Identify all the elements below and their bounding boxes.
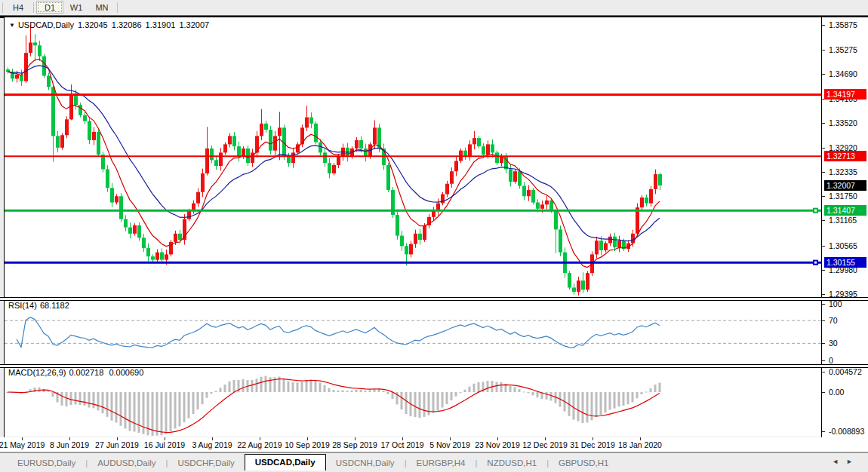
symbol-tabbar: EURUSD,Daily|AUDUSD,Daily|USDCHF,DailyUS… — [0, 452, 868, 472]
macd-main-value: 0.002718 — [69, 368, 103, 377]
price-level-badge: 1.30155 — [824, 257, 866, 268]
current-price-badge: 1.32007 — [824, 180, 866, 191]
rsi-tick-label: 30 — [829, 339, 838, 348]
tab-usdchf-daily[interactable]: USDCHF,Daily — [168, 456, 244, 470]
price-tick-mark — [822, 25, 825, 26]
ohlc-high: 1.32086 — [112, 20, 142, 29]
candlestick-chart[interactable] — [0, 0, 868, 452]
date-label: 10 Sep 2019 — [285, 440, 330, 449]
price-tick-mark — [822, 50, 825, 51]
macd-tick-mark — [822, 392, 825, 393]
date-label: 27 Jun 2019 — [95, 440, 139, 449]
price-tick-mark — [822, 148, 825, 149]
tab-usdcnh-daily[interactable]: USDCNH,Daily — [326, 456, 405, 470]
ohlc-open: 1.32045 — [78, 20, 108, 29]
ohlc-low: 1.31901 — [146, 20, 176, 29]
macd-tick-label: -0.008893 — [829, 427, 864, 436]
price-tick-label: 1.35875 — [829, 20, 857, 29]
date-label: 23 Nov 2019 — [475, 440, 520, 449]
date-label: 8 Jun 2019 — [50, 440, 89, 449]
date-label: 21 May 2019 — [0, 440, 45, 449]
price-tick-mark — [822, 294, 825, 295]
price-tick-mark — [822, 172, 825, 173]
price-tick-mark — [822, 270, 825, 271]
rsi-value: 68.1182 — [40, 301, 69, 310]
price-tick-mark — [822, 246, 825, 247]
rsi-tick-label: 70 — [829, 316, 838, 325]
rsi-tick-mark — [822, 304, 825, 305]
macd-title: MACD(12,26,9) — [8, 368, 66, 377]
collapse-icon[interactable]: ▼ — [9, 22, 15, 29]
price-tick-label: 1.30565 — [829, 241, 857, 250]
tab-eurusd-daily[interactable]: EURUSD,Daily — [8, 456, 85, 470]
tab-gbpusd-h1[interactable]: GBPUSD,H1 — [549, 456, 618, 470]
macd-tick-mark — [822, 431, 825, 432]
date-label: 12 Dec 2019 — [522, 440, 568, 449]
price-level-badge: 1.31407 — [824, 205, 866, 216]
price-tick-label: 1.29395 — [829, 290, 857, 299]
date-label: 31 Dec 2019 — [570, 440, 615, 449]
macd-tick-mark — [822, 372, 825, 372]
symbol-label: USDCAD,Daily — [18, 20, 74, 29]
macd-tick-label: 0.00 — [829, 388, 844, 397]
rsi-title: RSI(14) — [8, 301, 37, 310]
price-level-badge: 1.34197 — [824, 89, 866, 100]
rsi-tick-mark — [822, 343, 825, 344]
date-label: 28 Sep 2019 — [332, 440, 377, 449]
price-tick-label: 1.33520 — [829, 118, 857, 127]
rsi-tick-mark — [822, 360, 825, 361]
macd-signal-value: 0.000690 — [109, 368, 143, 377]
date-label: 5 Nov 2019 — [429, 440, 470, 449]
tabs-scroll-right-icon[interactable]: ► — [846, 458, 860, 465]
macd-header: MACD(12,26,9)0.002718 0.000690 — [8, 368, 146, 377]
mt4-window: H4D1W1MN ▼USDCAD,Daily 1.32045 1.32086 1… — [0, 0, 868, 472]
price-tick-label: 1.32335 — [829, 167, 857, 176]
price-tick-label: 1.35275 — [829, 45, 857, 54]
tab-nzdusd-h1[interactable]: NZDUSD,H1 — [477, 456, 546, 470]
price-tick-mark — [822, 220, 825, 221]
date-label: 16 Jul 2019 — [144, 440, 185, 449]
price-tick-mark — [822, 74, 825, 75]
price-level-badge: 1.32713 — [824, 151, 866, 161]
macd-signal-line — [8, 379, 660, 433]
candles-group — [6, 25, 662, 296]
tab-usdcad-daily[interactable]: USDCAD,Daily — [245, 454, 326, 470]
price-tick-mark — [822, 123, 825, 124]
rsi-tick-label: 0 — [829, 356, 833, 365]
ma-slow-line — [8, 66, 660, 241]
macd-tick-label: 0.004572 — [829, 367, 862, 376]
price-tick-mark — [822, 196, 825, 197]
tab-eurgbp-h4[interactable]: EURGBP,H4 — [406, 456, 475, 470]
ohlc-close: 1.32007 — [179, 20, 209, 29]
rsi-tick-label: 100 — [829, 299, 842, 308]
tab-audusd-daily[interactable]: AUDUSD,Daily — [88, 456, 165, 470]
price-tick-label: 1.31750 — [829, 192, 857, 201]
price-tick-label: 1.31165 — [829, 216, 857, 225]
tabs-scroll-left-icon[interactable]: ◄ — [832, 458, 846, 465]
date-label: 22 Aug 2019 — [238, 440, 282, 449]
rsi-tick-mark — [822, 320, 825, 321]
price-tick-label: 1.34690 — [829, 69, 857, 78]
date-label: 17 Oct 2019 — [380, 440, 423, 449]
date-label: 18 Jan 2020 — [618, 440, 662, 449]
rsi-header: RSI(14)68.1182 — [8, 301, 72, 310]
chart-header: ▼USDCAD,Daily 1.32045 1.32086 1.31901 1.… — [9, 20, 211, 29]
date-label: 3 Aug 2019 — [192, 440, 232, 449]
